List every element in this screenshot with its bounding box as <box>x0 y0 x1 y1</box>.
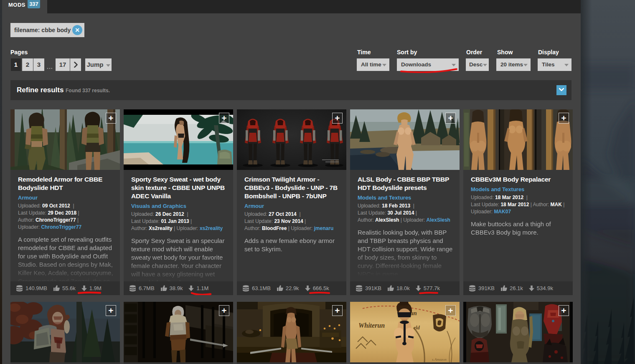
svg-text:Whiterun: Whiterun <box>358 322 385 329</box>
svg-text:s.Amazon: s.Amazon <box>432 357 447 361</box>
